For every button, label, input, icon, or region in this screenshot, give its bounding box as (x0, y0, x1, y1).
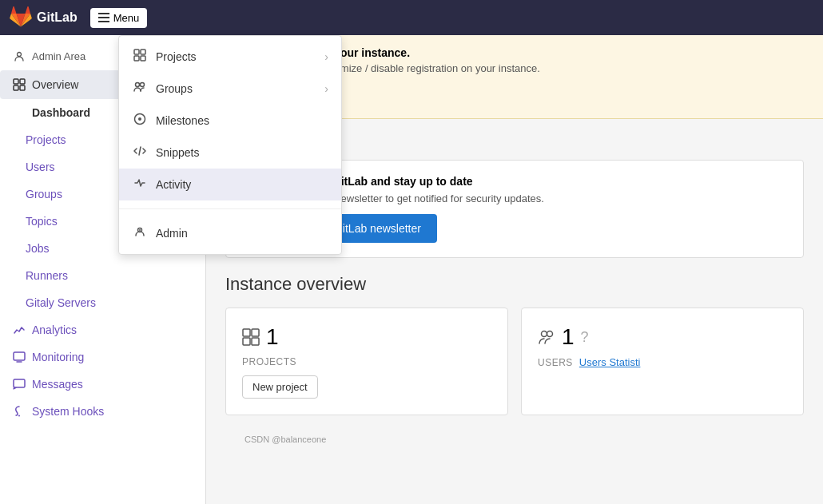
dropdown-section-main: Projects › Groups › Milestones (119, 36, 341, 205)
admin-area-icon (13, 50, 26, 62)
svg-rect-2 (134, 56, 139, 61)
dropdown-item-activity[interactable]: Activity (119, 169, 341, 200)
dashboard-label: Dashboard (32, 106, 90, 119)
analytics-icon (13, 323, 26, 336)
svg-point-4 (136, 83, 140, 87)
dropdown-divider (119, 208, 341, 209)
dropdown-menu: Projects › Groups › Milestones (118, 35, 342, 255)
gitlab-logo[interactable]: GitLab (10, 6, 78, 29)
svg-rect-11 (14, 79, 18, 84)
users-label: USERS (538, 357, 573, 368)
milestones-icon (132, 113, 148, 129)
sidebar-jobs-label: Jobs (26, 242, 50, 255)
sidebar-analytics-label: Analytics (32, 323, 77, 336)
sidebar-system-hooks-label: System Hooks (32, 405, 104, 418)
users-card-icon (538, 328, 555, 346)
dropdown-snippets-label: Snippets (156, 146, 199, 159)
sidebar-projects-label: Projects (26, 133, 66, 146)
admin-icon (132, 225, 148, 241)
svg-point-9 (139, 229, 141, 231)
dropdown-section-admin: Admin (119, 212, 341, 254)
users-count: 1 (562, 324, 575, 350)
sidebar-item-analytics[interactable]: Analytics (0, 316, 205, 343)
sidebar-groups-label: Groups (26, 188, 62, 200)
snippets-icon (132, 145, 148, 161)
overview-label: Overview (32, 78, 78, 91)
projects-label: PROJECTS (242, 356, 491, 367)
new-project-button[interactable]: New project (242, 375, 318, 399)
svg-point-17 (18, 415, 20, 417)
sidebar-monitoring-label: Monitoring (32, 351, 84, 363)
bottom-credit: CSDN @balanceone (225, 431, 804, 447)
projects-icon (132, 49, 148, 65)
top-nav: GitLab Menu (0, 0, 823, 35)
system-hooks-icon (13, 405, 26, 418)
dropdown-admin-label: Admin (156, 227, 188, 240)
groups-icon (132, 81, 148, 97)
gitlab-logo-text: GitLab (37, 10, 78, 25)
svg-point-5 (141, 83, 145, 87)
svg-rect-1 (141, 50, 145, 54)
projects-card: 1 PROJECTS New project (225, 308, 508, 415)
hamburger-icon (98, 13, 109, 22)
svg-rect-18 (243, 329, 250, 336)
activity-icon (132, 177, 148, 192)
sidebar-messages-label: Messages (32, 378, 83, 391)
dropdown-activity-label: Activity (156, 178, 191, 191)
instance-overview-title: Instance overview (225, 274, 804, 295)
overview-cards: 1 PROJECTS New project (225, 308, 804, 415)
svg-rect-19 (252, 329, 259, 336)
svg-point-7 (138, 117, 141, 121)
users-help-icon[interactable]: ? (581, 329, 589, 346)
sidebar-item-system-hooks[interactable]: System Hooks (0, 398, 205, 425)
groups-arrow-icon: › (324, 82, 328, 95)
gitlab-fox-icon (10, 6, 32, 29)
dropdown-projects-label: Projects (156, 50, 197, 63)
sidebar-users-label: Users (26, 161, 55, 173)
sidebar-item-messages[interactable]: Messages (0, 371, 205, 398)
users-stats-link[interactable]: Users Statisti (579, 356, 641, 368)
admin-area-label: Admin Area (32, 50, 85, 62)
users-card: 1 ? USERS Users Statisti (521, 308, 804, 415)
sidebar-topics-label: Topics (26, 215, 58, 228)
projects-arrow-icon: › (324, 50, 328, 63)
svg-rect-21 (252, 338, 259, 345)
svg-rect-13 (14, 85, 18, 90)
dropdown-item-groups[interactable]: Groups › (119, 73, 341, 105)
projects-count: 1 (266, 324, 279, 350)
dropdown-item-milestones[interactable]: Milestones (119, 105, 341, 137)
dropdown-item-admin[interactable]: Admin (119, 217, 341, 249)
svg-point-22 (542, 331, 547, 337)
dropdown-item-snippets[interactable]: Snippets (119, 137, 341, 169)
projects-card-icon (242, 328, 260, 346)
menu-label: Menu (113, 12, 140, 24)
svg-rect-16 (14, 379, 25, 387)
dropdown-milestones-label: Milestones (156, 114, 209, 127)
svg-rect-15 (14, 352, 25, 360)
overview-icon (13, 78, 26, 91)
sidebar-item-runners[interactable]: Runners (0, 262, 205, 289)
sidebar-runners-label: Runners (26, 269, 68, 282)
sidebar-item-gitaly[interactable]: Gitaly Servers (0, 289, 205, 316)
svg-rect-12 (20, 79, 25, 84)
svg-rect-20 (243, 338, 250, 345)
dropdown-item-projects[interactable]: Projects › (119, 41, 341, 73)
menu-button[interactable]: Menu (90, 8, 148, 28)
sidebar-gitaly-label: Gitaly Servers (26, 296, 96, 309)
dropdown-groups-label: Groups (156, 82, 193, 95)
messages-icon (13, 378, 26, 391)
monitoring-icon (13, 351, 26, 363)
svg-point-10 (18, 53, 22, 57)
svg-rect-3 (141, 56, 145, 61)
svg-rect-14 (20, 85, 25, 90)
sidebar-item-monitoring[interactable]: Monitoring (0, 343, 205, 371)
svg-rect-0 (134, 50, 139, 54)
svg-point-23 (547, 331, 553, 337)
